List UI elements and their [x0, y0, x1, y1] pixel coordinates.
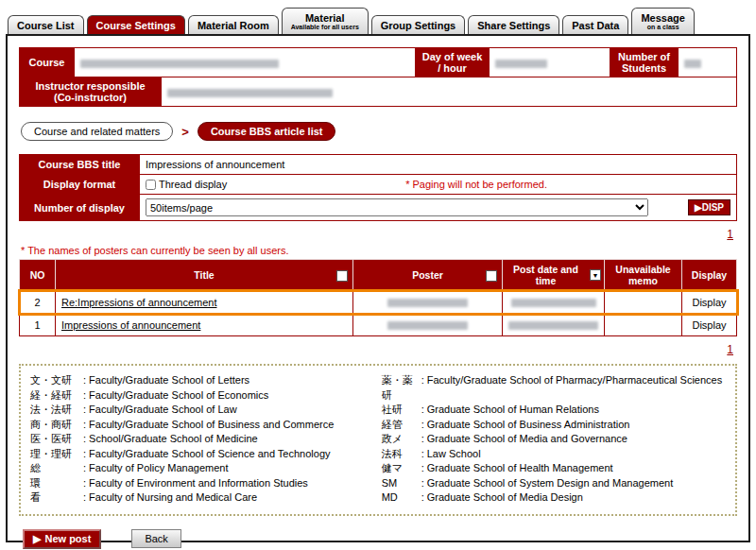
thread-display-option[interactable]: Thread display	[146, 179, 227, 190]
bbs-title-value: Impressions of announcement	[140, 155, 737, 175]
display-format-label: Display format	[20, 175, 140, 195]
col-header-post-date: Post date and time▼	[503, 260, 605, 291]
course-info-table: Course Day of week / hour Number of Stud…	[19, 47, 737, 77]
legend-desc: : Faculty/Graduate School of Pharmacy/Ph…	[421, 373, 726, 403]
faculty-legend: 文・文研: Faculty/Graduate School of Letters…	[19, 364, 737, 516]
post-poster-cell	[353, 291, 503, 314]
legend-item: 医・医研: School/Graduate School of Medicine	[30, 432, 382, 447]
legend-item: SM: Graduate School of System Design and…	[382, 476, 726, 491]
bbs-title-label: Course BBS title	[20, 155, 140, 175]
tab-sublabel: Available for all users	[291, 24, 359, 31]
post-title-cell: Re:Impressions of announcement	[56, 291, 353, 314]
tab-material[interactable]: MaterialAvailable for all users	[282, 8, 369, 34]
legend-abbr: 健マ	[382, 461, 421, 476]
sort-toggle-title-icon[interactable]	[336, 270, 348, 282]
number-of-display-label: Number of display	[20, 195, 140, 221]
col-header-memo: Unavailable memo	[605, 260, 682, 291]
page-link[interactable]: 1	[727, 343, 733, 356]
redacted-course-name	[80, 60, 279, 68]
legend-item: 法科: Law School	[382, 447, 726, 462]
thread-display-label: Thread display	[159, 179, 227, 190]
legend-item: 社研: Graduate School of Human Relations	[382, 403, 726, 418]
legend-right-column: 薬・薬研: Faculty/Graduate School of Pharmac…	[382, 373, 726, 506]
page-link[interactable]: 1	[727, 228, 733, 241]
legend-desc: : Law School	[421, 447, 726, 462]
pagination-bottom: 1	[19, 343, 733, 356]
course-bbs-article-list-button[interactable]: Course BBS article list	[198, 122, 336, 141]
tab-label: Message	[641, 12, 684, 24]
sort-toggle-poster-icon[interactable]	[486, 270, 497, 282]
legend-abbr: 社研	[382, 403, 421, 418]
legend-desc: : Graduate School of System Design and M…	[421, 476, 726, 491]
day-of-week-label: Day of week / hour	[416, 48, 490, 77]
course-related-matters-button[interactable]: Course and related matters	[21, 122, 173, 141]
tab-course-settings[interactable]: Course Settings	[87, 15, 185, 34]
col-header-no: NO	[20, 260, 56, 291]
table-header-row: NO Title Poster Post date and time▼ Unav…	[20, 260, 737, 291]
tab-label: Past Data	[572, 20, 619, 31]
tab-bar: Course List Course Settings Material Roo…	[6, 6, 750, 34]
table-row-selected: 2 Re:Impressions of announcement Display	[20, 291, 737, 314]
number-of-students-cell	[679, 48, 737, 77]
tab-material-room[interactable]: Material Room	[188, 15, 279, 34]
bbs-article-table: NO Title Poster Post date and time▼ Unav…	[19, 259, 737, 336]
col-header-poster-label: Poster	[412, 269, 443, 281]
post-display-cell: Display	[682, 314, 737, 336]
legend-desc: : Faculty/Graduate School of Letters	[83, 373, 382, 388]
day-of-week-cell	[490, 48, 610, 77]
post-date-cell	[503, 291, 605, 314]
tab-label: Course Settings	[96, 20, 176, 31]
thread-display-checkbox[interactable]	[146, 180, 156, 190]
breadcrumb-separator-icon: >	[181, 125, 189, 139]
tab-share-settings[interactable]: Share Settings	[468, 15, 559, 34]
legend-desc: : Faculty of Policy Management	[83, 461, 382, 476]
legend-desc: : Graduate School of Business Administra…	[421, 418, 726, 433]
post-display-cell: Display	[682, 291, 737, 314]
legend-item: 総: Faculty of Policy Management	[30, 461, 382, 476]
new-post-button[interactable]: ▶New post	[23, 529, 101, 549]
legend-desc: : Faculty/Graduate School of Science and…	[83, 447, 382, 462]
sort-desc-icon[interactable]: ▼	[590, 269, 601, 281]
redacted-poster-name	[387, 321, 468, 330]
post-title-cell: Impressions of announcement	[56, 314, 353, 336]
tab-group-settings[interactable]: Group Settings	[371, 15, 465, 34]
redacted-post-date	[508, 321, 598, 330]
tab-label: Material Room	[198, 20, 269, 31]
tab-message[interactable]: Messageon a class	[631, 8, 694, 34]
legend-item: 理・理研: Faculty/Graduate School of Science…	[30, 447, 382, 462]
posters-visibility-notice: * The names of posters can currently be …	[21, 245, 737, 256]
footer-actions: ▶New post Back	[23, 529, 737, 549]
legend-item: 薬・薬研: Faculty/Graduate School of Pharmac…	[382, 373, 726, 403]
legend-desc: : Faculty/Graduate School of Business an…	[83, 418, 382, 433]
legend-item: 文・文研: Faculty/Graduate School of Letters	[30, 373, 382, 388]
disp-button[interactable]: ▶DISP	[688, 199, 730, 215]
post-title-link[interactable]: Re:Impressions of announcement	[61, 297, 216, 308]
course-label: Course	[20, 48, 75, 77]
tab-past-data[interactable]: Past Data	[562, 15, 628, 34]
legend-abbr: 法科	[382, 447, 421, 462]
tab-course-list[interactable]: Course List	[8, 15, 84, 34]
post-no-cell: 2	[20, 291, 56, 314]
back-button[interactable]: Back	[131, 529, 180, 548]
legend-desc: : Graduate School of Human Relations	[421, 403, 726, 418]
tab-label: Group Settings	[381, 20, 455, 31]
legend-desc: : School/Graduate School of Medicine	[83, 432, 382, 447]
post-title-link[interactable]: Impressions of announcement	[61, 319, 200, 331]
items-per-page-select[interactable]: 50items/page	[146, 198, 648, 216]
pagination-top: 1	[19, 228, 733, 241]
display-link[interactable]: Display	[692, 297, 726, 308]
legend-desc: : Faculty of Nursing and Medical Care	[83, 490, 382, 506]
legend-abbr: 総	[30, 461, 83, 476]
display-link[interactable]: Display	[692, 319, 726, 331]
post-date-cell	[503, 314, 605, 336]
tab-label: Share Settings	[477, 20, 550, 31]
post-poster-cell	[353, 314, 503, 336]
legend-item: 環: Faculty of Environment and Informatio…	[30, 476, 382, 491]
post-no-cell: 1	[20, 314, 56, 336]
table-row: 1 Impressions of announcement Display	[20, 314, 737, 336]
legend-item: 政メ: Graduate School of Media and Governa…	[382, 432, 726, 447]
legend-abbr: 環	[30, 476, 83, 491]
col-header-poster: Poster	[353, 260, 503, 291]
legend-desc: : Graduate School of Media and Governanc…	[421, 432, 726, 447]
bbs-settings-table: Course BBS title Impressions of announce…	[19, 154, 737, 221]
